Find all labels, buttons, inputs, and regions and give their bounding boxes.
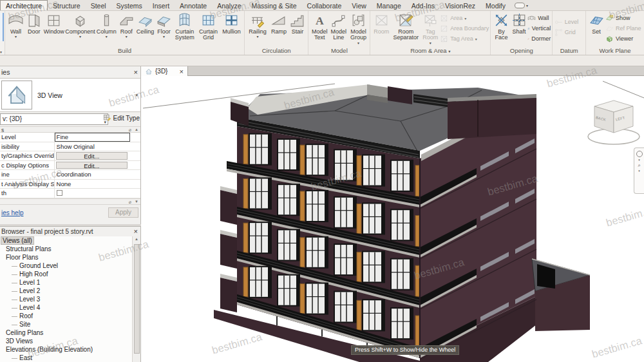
ref-plane-button[interactable]: Ref Plane [605,23,643,33]
area-button[interactable]: Area▾ [440,13,489,23]
dormer-button[interactable]: Dormer [527,33,551,44]
browser-item[interactable]: Level 1 [0,278,132,287]
3d-model-view[interactable] [141,66,644,362]
viewer-button[interactable]: Viewer [605,33,643,44]
ribbon-tab-view[interactable]: View [346,0,372,10]
browser-item[interactable]: Ground Level [0,262,132,270]
display-options-edit-button[interactable]: Edit... [56,162,128,169]
browser-item[interactable]: Structural Plans [0,245,132,253]
ribbon-tab-visionrez[interactable]: VisionRez [440,0,480,10]
browser-item[interactable]: East [0,354,132,362]
chevron-down-icon[interactable]: ▾ [135,93,138,98]
ceiling-icon [137,12,153,28]
roof-button[interactable]: Roof▾ [118,12,135,39]
room-button[interactable]: Room [372,12,391,35]
column-icon [99,12,115,28]
ribbon-tab-annotate[interactable]: Annotate [175,0,212,10]
scroll-thumb[interactable] [134,244,140,354]
section-header-bottom[interactable]: ⌀▼ [0,198,140,205]
browser-item[interactable]: Roof [0,312,132,320]
scroll-down-icon[interactable]: ▼ [135,200,138,204]
browser-item[interactable]: Floor Plans [0,253,132,262]
floor-button[interactable]: Floor▾ [155,12,173,39]
analysis-display-style-value[interactable]: None [55,180,130,189]
set-button[interactable]: Set [587,12,605,35]
properties-help-link[interactable]: ies help [1,209,23,216]
show-button[interactable]: Show [605,13,643,23]
parts-visibility-value[interactable]: Show Original [55,142,130,151]
door-button[interactable]: Door [25,12,43,35]
sun-path-checkbox[interactable] [57,190,62,196]
room-separator-icon [398,12,414,28]
discipline-value[interactable]: Coordination [55,170,130,179]
browser-item[interactable]: 3D Views [0,337,132,345]
view-tab-3d[interactable]: {3D} × [141,66,188,76]
ribbon-tab-analyze[interactable]: Analyze [212,0,246,10]
grid-button[interactable]: Grid [554,27,584,37]
ribbon-tab-manage[interactable]: Manage [372,0,406,10]
ceiling-button[interactable]: Ceiling [135,12,155,35]
component-button[interactable]: Component▾ [65,12,95,39]
browser-item[interactable]: Views (all) [0,236,132,245]
model-text-button[interactable]: AModel Text [310,12,329,41]
ribbon-tab-modify[interactable]: Modify [480,0,511,10]
browser-scrollbar[interactable]: ▲ [132,236,140,362]
view-tab-strip: {3D} × [141,66,644,76]
close-icon[interactable]: × [134,66,138,78]
close-icon[interactable]: × [134,227,138,236]
detail-level-value[interactable]: Fine [55,133,130,142]
ribbon-tab-add-ins[interactable]: Add-Ins [406,0,440,10]
browser-item[interactable]: Level 2 [0,287,132,295]
close-icon[interactable]: × [179,68,183,75]
section-header-graphics[interactable]: s⌀▲ [0,126,140,133]
ribbon-tab-steel[interactable]: Steel [86,0,111,10]
railing-button[interactable]: Railing▾ [246,12,269,39]
vertical-opening-button[interactable]: Vertical [527,23,551,33]
edit-type-button[interactable]: Edit Type [103,114,140,122]
by-face-button[interactable]: By Face [492,12,510,41]
rooftop-structure[interactable] [448,98,536,139]
modify-panel-dropdown[interactable]: ▾ [511,0,532,10]
model-line-button[interactable]: Model Line [329,12,348,41]
browser-item[interactable]: High Roof [0,270,132,278]
browser-item[interactable]: Elevations (Building Elevation) [0,345,132,354]
ribbon-tab-collaborate[interactable]: Collaborate [302,0,347,10]
stair-button[interactable]: Stair [289,12,307,35]
model-group-button[interactable]: Model Group▾ [348,12,369,45]
curtain-grid-button[interactable]: Curtain Grid [196,12,220,41]
browser-item[interactable]: Level 4 [0,303,132,312]
column-button[interactable]: Column▾ [95,12,118,39]
scroll-up-icon[interactable]: ▲ [135,128,138,131]
wall-button[interactable]: Wall▾ [6,12,25,39]
visibility-overrides-edit-button[interactable]: Edit... [56,152,128,160]
ramp-button[interactable]: Ramp [269,12,289,35]
tag-area-button[interactable]: Tag Area▾ [440,33,489,44]
browser-item[interactable]: Site [0,320,132,329]
ribbon-tab-structure[interactable]: Structure [48,0,86,10]
ribbon-tab-architecture[interactable]: Architecture [0,0,48,10]
drawing-area[interactable]: {3D} × BACK LEFT ▾ ⌕ ▾ Press Shift+W to … [141,66,644,362]
apply-button[interactable]: Apply [108,207,138,218]
browser-item[interactable]: Level 3 [0,295,132,303]
modify-select-sliver[interactable]: ▾ [0,11,5,55]
mullion-button[interactable]: Mullion [220,12,243,35]
ribbon-tab-systems[interactable]: Systems [111,0,147,10]
type-preview-thumbnail [1,81,32,110]
area-boundary-button[interactable]: Area Boundary [440,23,489,33]
tag-room-button[interactable]: Tag Room▾ [421,12,440,45]
level-button[interactable]: Level [554,17,584,27]
wall-opening-button[interactable]: Wall [527,13,551,23]
viewcube[interactable] [588,100,639,144]
navigation-bar[interactable]: ▾ ⌕ ▾ [634,148,644,194]
window-button[interactable]: Window [43,12,65,35]
panel-label-room-area: Room & Area ▾ [370,46,490,55]
view-selector-combobox[interactable]: v: {3D}▾ [0,113,108,125]
ribbon-tab-insert[interactable]: Insert [147,0,175,10]
room-separator-button[interactable]: Room Separator [391,12,421,41]
shaft-button[interactable]: Shaft [511,12,528,35]
ribbon-tab-massing-site[interactable]: Massing & Site [247,0,302,10]
browser-item[interactable]: Ceiling Plans [0,329,132,337]
curtain-system-button[interactable]: Curtain System [173,12,196,41]
type-selector[interactable]: 3D View ▾ [0,78,140,112]
tag-area-icon [440,35,448,43]
